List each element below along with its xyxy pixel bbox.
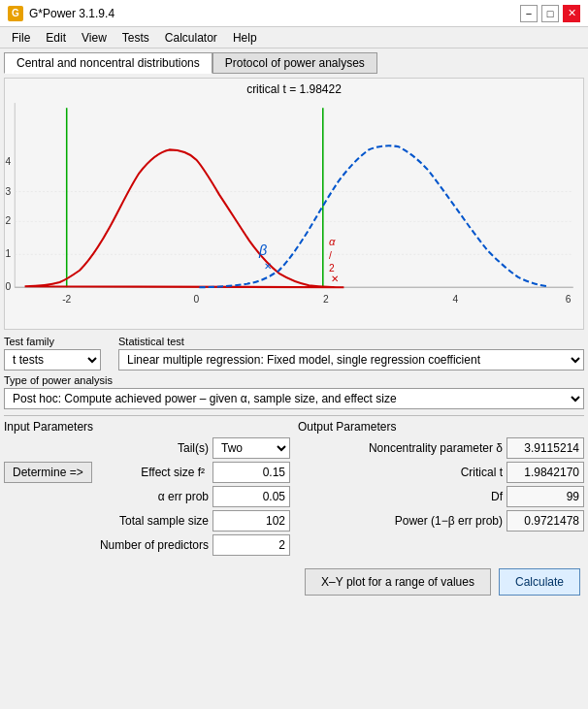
menu-calculator[interactable]: Calculator	[157, 29, 225, 46]
svg-text:-2: -2	[62, 294, 71, 305]
num-predictors-label: Number of predictors	[4, 538, 212, 552]
xy-plot-button[interactable]: X–Y plot for a range of values	[305, 568, 491, 596]
svg-text:0.3: 0.3	[5, 186, 11, 197]
main-content: Central and noncentral distributions Pro…	[0, 48, 588, 599]
statistical-test-label: Statistical test	[118, 336, 584, 347]
title-bar-left: G G*Power 3.1.9.4	[8, 6, 114, 21]
svg-text:0.4: 0.4	[5, 156, 11, 167]
svg-text:✕: ✕	[331, 274, 339, 284]
total-sample-size-label: Total sample size	[4, 514, 212, 528]
total-sample-size-input[interactable]	[212, 510, 290, 532]
chart-title: critical t = 1.98422	[5, 79, 583, 96]
svg-text:0: 0	[5, 281, 11, 292]
alpha-err-input[interactable]	[212, 486, 290, 507]
output-params-title: Output Parameters	[298, 420, 584, 434]
critical-t-row: Critical t	[298, 462, 584, 483]
app-title: G*Power 3.1.9.4	[29, 7, 114, 20]
num-predictors-row: Number of predictors	[4, 534, 290, 556]
statistical-test-select[interactable]: Linear multiple regression: Fixed model,…	[118, 349, 584, 371]
test-family-section: Test family t tests	[4, 336, 111, 371]
effect-size-input[interactable]	[212, 462, 290, 483]
menu-edit[interactable]: Edit	[38, 29, 74, 46]
menu-view[interactable]: View	[74, 29, 114, 46]
test-family-select[interactable]: t tests	[4, 349, 101, 371]
params-row: Input Parameters Tail(s) Two Determine =…	[4, 420, 584, 559]
svg-text:0.1: 0.1	[5, 248, 11, 259]
alpha-err-row: α err prob	[4, 486, 290, 507]
menu-bar: File Edit View Tests Calculator Help	[0, 27, 588, 48]
df-value	[506, 486, 584, 507]
tails-row: Tail(s) Two	[4, 437, 290, 459]
svg-text:0: 0	[193, 294, 199, 305]
df-row: Df	[298, 486, 584, 507]
tab-distributions[interactable]: Central and noncentral distributions	[4, 52, 212, 74]
svg-text:/: /	[329, 250, 332, 261]
output-params-section: Output Parameters Noncentrality paramete…	[298, 420, 584, 559]
calculate-button[interactable]: Calculate	[499, 568, 580, 596]
determine-row: Determine => Effect size f²	[4, 462, 290, 483]
tab-protocol[interactable]: Protocol of power analyses	[212, 52, 377, 74]
chart-container: critical t = 1.98422 0 0.1 0.2 0.3 0.4 -…	[4, 78, 584, 330]
svg-text:2: 2	[329, 263, 335, 274]
num-predictors-input[interactable]	[212, 534, 290, 556]
noncentrality-row: Noncentrality parameter δ	[298, 437, 584, 459]
test-family-label: Test family	[4, 336, 111, 347]
title-bar: G G*Power 3.1.9.4 − □ ✕	[0, 0, 588, 27]
tails-select[interactable]: Two	[212, 437, 290, 459]
svg-text:α: α	[329, 236, 336, 247]
alpha-err-label: α err prob	[4, 490, 212, 503]
tabs-row: Central and noncentral distributions Pro…	[4, 52, 584, 74]
input-params-section: Input Parameters Tail(s) Two Determine =…	[4, 420, 290, 559]
bottom-buttons: X–Y plot for a range of values Calculate	[4, 568, 584, 596]
test-family-row: Test family t tests Statistical test Lin…	[4, 336, 584, 371]
svg-text:✕: ✕	[264, 261, 272, 272]
app-icon: G	[8, 6, 23, 21]
svg-text:β: β	[258, 242, 267, 258]
menu-file[interactable]: File	[4, 29, 38, 46]
window-controls: − □ ✕	[520, 5, 580, 22]
close-button[interactable]: ✕	[563, 5, 580, 22]
noncentrality-label: Noncentrality parameter δ	[298, 441, 506, 455]
minimize-button[interactable]: −	[520, 5, 538, 22]
menu-tests[interactable]: Tests	[114, 29, 157, 46]
power-value	[506, 510, 584, 532]
type-of-power-label: Type of power analysis	[4, 374, 584, 386]
statistical-test-section: Statistical test Linear multiple regress…	[118, 336, 584, 371]
determine-button[interactable]: Determine =>	[4, 462, 92, 483]
svg-rect-0	[15, 103, 572, 297]
params-divider	[4, 415, 584, 416]
input-params-title: Input Parameters	[4, 420, 290, 434]
svg-text:4: 4	[453, 294, 459, 305]
critical-t-value	[506, 462, 584, 483]
noncentrality-value	[506, 437, 584, 459]
type-of-power-select[interactable]: Post hoc: Compute achieved power – given…	[4, 388, 584, 409]
menu-help[interactable]: Help	[225, 29, 265, 46]
total-sample-size-row: Total sample size	[4, 510, 290, 532]
svg-text:0.2: 0.2	[5, 215, 11, 226]
test-family-dropdown-container: t tests	[4, 349, 111, 371]
maximize-button[interactable]: □	[541, 5, 559, 22]
svg-text:6: 6	[566, 294, 572, 305]
effect-size-label: Effect size f²	[96, 466, 209, 479]
tails-label: Tail(s)	[4, 441, 212, 455]
power-label: Power (1−β err prob)	[298, 514, 506, 528]
power-row: Power (1−β err prob)	[298, 510, 584, 532]
critical-t-label: Critical t	[298, 466, 506, 479]
svg-text:2: 2	[323, 294, 329, 305]
df-label: Df	[298, 490, 506, 503]
type-of-power-section: Type of power analysis Post hoc: Compute…	[4, 374, 584, 409]
distribution-chart: 0 0.1 0.2 0.3 0.4 -2 0 2 4 6	[5, 96, 583, 319]
